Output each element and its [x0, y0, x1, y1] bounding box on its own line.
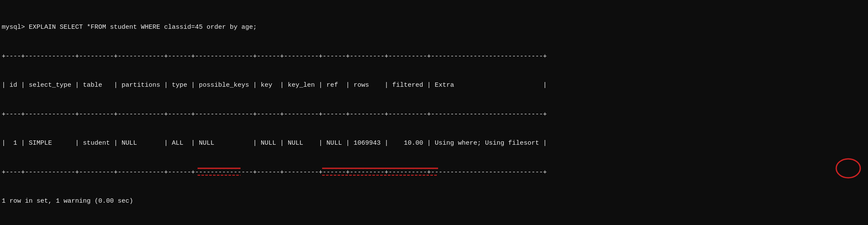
- line-2: +----+-------------+---------+----------…: [2, 52, 866, 62]
- line-6: +----+-------------+---------+----------…: [2, 168, 866, 178]
- terminal-output: mysql> EXPLAIN SELECT *FROM student WHER…: [0, 0, 868, 225]
- line-1: mysql> EXPLAIN SELECT *FROM student WHER…: [2, 23, 866, 33]
- line-3: | id | select_type | table | partitions …: [2, 81, 866, 91]
- line-7: 1 row in set, 1 warning (0.00 sec): [2, 197, 866, 207]
- line-5: | 1 | SIMPLE | student | NULL | ALL | NU…: [2, 139, 866, 149]
- line-4: +----+-------------+---------+----------…: [2, 110, 866, 120]
